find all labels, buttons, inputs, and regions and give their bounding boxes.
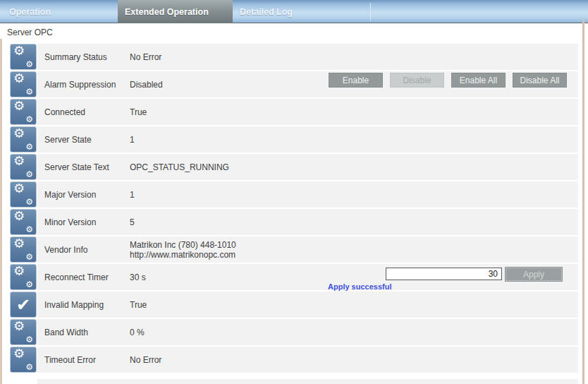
property-row-strip: Band Width 0 % [37, 319, 578, 345]
gears-icon[interactable]: ⚙⚙ [10, 236, 37, 263]
enable-button[interactable]: Enable [329, 73, 383, 88]
property-label: Connected [44, 107, 130, 117]
disable-button[interactable]: Disable [390, 73, 444, 88]
alarm-suppression-buttons: EnableDisableEnable AllDisable All [329, 73, 567, 88]
gears-icon[interactable]: ⚙⚙ [10, 44, 37, 70]
gears-icon[interactable]: ⚙⚙ [10, 154, 37, 180]
check-glyph: ✔ [11, 292, 36, 317]
property-row: ✔ Invalid Mapping True [10, 292, 578, 318]
window-frame-right [582, 20, 584, 384]
property-value: 1 [130, 135, 135, 145]
property-label: Minor Version [44, 217, 130, 227]
partial-next-row [37, 379, 578, 384]
gear-glyph-small: ⚙ [25, 225, 33, 234]
tab-operation[interactable]: Operation [2, 0, 118, 23]
window-frame-left [0, 39, 2, 384]
property-row-strip: Server State Text OPC_STATUS_RUNNING [37, 154, 578, 180]
property-label: Major Version [44, 190, 130, 200]
property-label: Invalid Mapping [44, 300, 130, 310]
property-row-strip: Major Version 1 [37, 181, 578, 208]
gear-glyph-small: ⚙ [25, 253, 33, 261]
apply-button[interactable]: Apply [506, 268, 562, 281]
gears-icon[interactable]: ⚙⚙ [10, 264, 37, 290]
property-row: ⚙⚙ Timeout Error No Error [10, 347, 578, 373]
property-list: ⚙⚙ Summary Status No Error ⚙⚙ Alarm Supp… [10, 44, 578, 374]
tab-separator [370, 3, 371, 20]
property-row: ⚙⚙ Reconnect Timer 30 s ApplyApply succe… [10, 264, 578, 290]
tab-detailed-log[interactable]: Detailed Log [233, 0, 331, 23]
reconnect-timer-input[interactable] [386, 268, 502, 280]
property-row-strip: Minor Version 5 [37, 209, 578, 235]
gear-glyph-small: ⚙ [25, 170, 33, 179]
disable-all-button[interactable]: Disable All [513, 73, 567, 88]
property-row-strip: Connected True [37, 99, 578, 125]
property-row: ⚙⚙ Summary Status No Error [10, 44, 578, 70]
property-row-strip: Summary Status No Error [37, 44, 578, 70]
property-row: ⚙⚙ Major Version 1 [10, 181, 578, 208]
gear-glyph-large: ⚙ [13, 155, 25, 167]
gear-glyph-small: ⚙ [25, 143, 33, 151]
property-row: ⚙⚙ Server State Text OPC_STATUS_RUNNING [10, 154, 578, 180]
gear-glyph-large: ⚙ [13, 320, 25, 332]
property-label: Summary Status [44, 52, 130, 62]
property-row: ⚙⚙ Minor Version 5 [10, 209, 578, 235]
gears-icon[interactable]: ⚙⚙ [10, 209, 37, 235]
gear-glyph-small: ⚙ [25, 280, 33, 289]
tab-label: Operation [9, 7, 51, 17]
gear-glyph-large: ⚙ [13, 127, 25, 140]
property-label: Band Width [44, 328, 130, 337]
property-row-strip: Invalid Mapping True [37, 292, 578, 318]
property-value: No Error [130, 355, 161, 365]
gear-glyph-small: ⚙ [25, 363, 33, 371]
gear-glyph-small: ⚙ [25, 198, 33, 206]
gear-glyph-small: ⚙ [25, 115, 33, 124]
property-value: True [130, 107, 147, 117]
gear-glyph-large: ⚙ [13, 265, 25, 277]
gears-icon[interactable]: ⚙⚙ [10, 347, 37, 373]
property-row-strip: Server State 1 [37, 126, 578, 152]
check-icon[interactable]: ✔ [10, 292, 37, 318]
tab-bar: Operation Extended Operation Detailed Lo… [0, 0, 588, 23]
gears-icon[interactable]: ⚙⚙ [10, 319, 37, 345]
property-label: Server State [44, 135, 130, 145]
gear-glyph-large: ⚙ [13, 44, 25, 57]
apply-status-message: Apply successful [328, 282, 391, 291]
property-row: ⚙⚙ Server State 1 [10, 126, 578, 152]
property-value: 5 [130, 217, 135, 227]
property-value: 30 s [130, 272, 146, 282]
gear-glyph-large: ⚙ [13, 210, 25, 222]
property-value: 0 % [130, 328, 145, 337]
tab-extended-operation[interactable]: Extended Operation [118, 0, 233, 23]
enable-all-button[interactable]: Enable All [451, 73, 506, 88]
gears-icon[interactable]: ⚙⚙ [10, 181, 37, 208]
property-row: ⚙⚙ Band Width 0 % [10, 319, 578, 345]
gear-glyph-large: ⚙ [13, 182, 25, 195]
gears-icon[interactable]: ⚙⚙ [10, 99, 37, 125]
gear-glyph-large: ⚙ [13, 237, 25, 250]
property-row-strip: Timeout Error No Error [37, 347, 578, 373]
gear-glyph-large: ⚙ [13, 100, 25, 112]
gear-glyph-small: ⚙ [25, 60, 33, 68]
property-label: Vendor Info [44, 245, 130, 255]
gears-icon[interactable]: ⚙⚙ [10, 71, 37, 97]
property-value: True [130, 300, 147, 310]
property-value: Matrikon Inc (780) 448-1010 http://www.m… [130, 240, 286, 260]
property-label: Alarm Suppression [44, 80, 130, 90]
page-title: Server OPC [7, 28, 53, 37]
gear-glyph-large: ⚙ [13, 347, 25, 360]
gear-glyph-small: ⚙ [25, 335, 33, 344]
property-value: 1 [130, 190, 135, 200]
property-label: Reconnect Timer [44, 272, 130, 282]
property-label: Timeout Error [44, 355, 130, 365]
property-value: OPC_STATUS_RUNNING [130, 162, 229, 172]
gear-glyph-large: ⚙ [13, 72, 25, 85]
property-row: ⚙⚙ Vendor Info Matrikon Inc (780) 448-10… [10, 236, 578, 263]
property-value: Disabled [130, 80, 163, 90]
property-row-strip: Vendor Info Matrikon Inc (780) 448-1010 … [37, 236, 578, 263]
property-label: Server State Text [44, 162, 130, 172]
gear-glyph-small: ⚙ [25, 88, 33, 96]
tab-label: Extended Operation [125, 7, 209, 17]
property-row: ⚙⚙ Connected True [10, 99, 578, 125]
gears-icon[interactable]: ⚙⚙ [10, 126, 37, 152]
property-row: ⚙⚙ Alarm Suppression Disabled EnableDisa… [10, 71, 578, 97]
